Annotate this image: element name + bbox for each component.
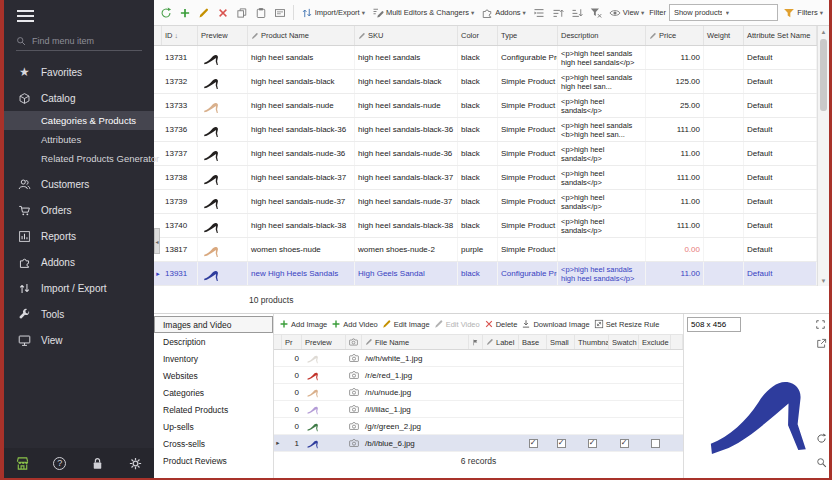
- add-video-button[interactable]: Add Video: [331, 319, 377, 329]
- expand-tree-button[interactable]: [531, 5, 547, 21]
- sidebar-item-tools[interactable]: Tools: [4, 303, 154, 325]
- product-row[interactable]: 13737 high heel sandals-nude-36 high hee…: [154, 142, 817, 166]
- detail-tab[interactable]: Cross-sells: [154, 435, 273, 452]
- col-header-exclude[interactable]: Exclude: [639, 335, 671, 349]
- col-header-camera[interactable]: [346, 335, 362, 349]
- delete-product-button[interactable]: [215, 5, 231, 21]
- import-export-menu[interactable]: Import/Export▾: [299, 5, 367, 21]
- col-header-color[interactable]: Color: [458, 26, 498, 45]
- edit-video-button[interactable]: Edit Video: [434, 319, 480, 329]
- sort-asc-button[interactable]: [550, 5, 566, 21]
- product-row[interactable]: 13738 high heel sandals-black-37 high he…: [154, 166, 817, 190]
- base-checkbox[interactable]: ✓: [529, 439, 538, 448]
- product-row[interactable]: 13817 women shoes-nude women shoes-nude-…: [154, 238, 817, 262]
- thumbnail-checkbox[interactable]: ✓: [588, 439, 597, 448]
- vertical-scrollbar[interactable]: ▲ ▼: [817, 26, 829, 286]
- detail-tab[interactable]: Images and Video: [154, 316, 273, 333]
- store-icon[interactable]: [15, 456, 30, 471]
- swatch-checkbox[interactable]: ✓: [620, 439, 629, 448]
- sidebar-item-import-export[interactable]: Import / Export: [4, 277, 154, 299]
- scrollbar-thumb[interactable]: [820, 39, 827, 111]
- product-row[interactable]: 13740 high heel sandals-black-38 high he…: [154, 214, 817, 238]
- small-checkbox[interactable]: ✓: [557, 439, 566, 448]
- category-filter-select[interactable]: Show products from selected categories ▾: [669, 4, 778, 21]
- col-header-id[interactable]: ID↓: [162, 26, 198, 45]
- product-row[interactable]: 13733 high heel sandals-nude high heel s…: [154, 94, 817, 118]
- delete-image-button[interactable]: Delete: [484, 319, 518, 329]
- image-row[interactable]: 0 /l/i/lilac_1.jpg: [274, 401, 683, 418]
- col-header-preview[interactable]: Preview: [198, 26, 248, 45]
- exclude-checkbox[interactable]: [651, 439, 660, 448]
- sidebar-search-input[interactable]: Find menu item: [16, 36, 142, 51]
- col-header-sku[interactable]: SKU: [355, 26, 458, 45]
- product-row[interactable]: ▸ 13931 new High Heels Sandals High Geel…: [154, 262, 817, 286]
- scroll-up-arrow[interactable]: ▲: [818, 26, 829, 37]
- product-row[interactable]: 13736 high heel sandals-black-36 high he…: [154, 118, 817, 142]
- lock-icon[interactable]: [90, 456, 105, 471]
- col-header-weight[interactable]: Weight: [704, 26, 744, 45]
- image-row[interactable]: 0 /n/u/nude.jpg: [274, 384, 683, 401]
- addons-menu[interactable]: Addons▾: [479, 5, 528, 21]
- col-header-priority[interactable]: Pr: [282, 335, 302, 349]
- col-header-small[interactable]: Small: [547, 335, 575, 349]
- edit-product-button[interactable]: [196, 5, 212, 21]
- refresh-button[interactable]: [158, 5, 174, 21]
- col-header-attribute-set[interactable]: Attribute Set Name: [744, 26, 817, 45]
- download-image-button[interactable]: Download Image: [521, 319, 589, 329]
- zoom-icon[interactable]: [816, 457, 827, 468]
- sidebar-item-attributes[interactable]: Attributes: [4, 130, 154, 149]
- view-menu[interactable]: View▾: [607, 5, 646, 21]
- image-row[interactable]: 0 /r/e/red_1.jpg: [274, 367, 683, 384]
- col-header-flag[interactable]: [469, 335, 483, 349]
- image-row[interactable]: 0 /w/h/white_1.jpg: [274, 350, 683, 367]
- detail-tab[interactable]: Description: [154, 333, 273, 350]
- col-header-base[interactable]: Base: [519, 335, 547, 349]
- sidebar-collapse-handle[interactable]: ◂: [154, 228, 160, 254]
- clear-filter-button[interactable]: [588, 5, 604, 21]
- col-header-product-name[interactable]: Product Name: [248, 26, 355, 45]
- filters-menu[interactable]: Filters▾: [781, 5, 825, 21]
- product-row[interactable]: 13739 high heel sandals-nude-37 high hee…: [154, 190, 817, 214]
- image-row[interactable]: 0 /g/r/green_2.jpg: [274, 418, 683, 435]
- sidebar-item-orders[interactable]: Orders: [4, 199, 154, 221]
- help-icon[interactable]: ?: [53, 457, 66, 470]
- detail-tab[interactable]: Up-sells: [154, 418, 273, 435]
- col-header-description[interactable]: Description: [558, 26, 646, 45]
- image-row[interactable]: ▸ 1 /b/l/blue_6.jpg ✓ ✓ ✓ ✓: [274, 435, 683, 452]
- fullscreen-icon[interactable]: [815, 319, 826, 330]
- sidebar-item-customers[interactable]: Customers: [4, 173, 154, 195]
- col-header-preview[interactable]: Preview: [302, 335, 346, 349]
- sidebar-item-catalog[interactable]: Catalog: [4, 87, 154, 109]
- detail-tab[interactable]: Categories: [154, 384, 273, 401]
- product-row[interactable]: 13731 high heel sandals high heel sandal…: [154, 46, 817, 70]
- col-header-swatch[interactable]: Swatch: [609, 335, 639, 349]
- preview-card-button[interactable]: [272, 5, 288, 21]
- product-row[interactable]: 13732 high heel sandals-black high heel …: [154, 70, 817, 94]
- sidebar-item-reports[interactable]: Reports: [4, 225, 154, 247]
- preview-size-input[interactable]: 508 x 456: [687, 317, 741, 332]
- sidebar-item-favorites[interactable]: ★ Favorites: [4, 61, 154, 83]
- sidebar-item-view[interactable]: View: [4, 329, 154, 351]
- menu-toggle-button[interactable]: [4, 0, 154, 31]
- copy-button[interactable]: [234, 5, 250, 21]
- col-header-thumbnail[interactable]: Thumbna: [575, 335, 609, 349]
- sidebar-item-related-products-generator[interactable]: Related Products Generator: [4, 149, 154, 168]
- col-header-type[interactable]: Type: [498, 26, 558, 45]
- col-header-label[interactable]: Label: [483, 335, 519, 349]
- detail-tab[interactable]: Product Reviews: [154, 452, 273, 469]
- detail-tab[interactable]: Inventory: [154, 350, 273, 367]
- detail-tab[interactable]: Websites: [154, 367, 273, 384]
- scroll-down-arrow[interactable]: ▼: [818, 275, 829, 286]
- sidebar-item-addons[interactable]: Addons: [4, 251, 154, 273]
- sidebar-item-categories-products[interactable]: Categories & Products: [4, 111, 154, 130]
- sort-desc-button[interactable]: [569, 5, 585, 21]
- add-product-button[interactable]: [177, 5, 193, 21]
- gear-icon[interactable]: [128, 456, 143, 471]
- rotate-icon[interactable]: [816, 433, 827, 444]
- detail-tab[interactable]: Related Products: [154, 401, 273, 418]
- edit-image-button[interactable]: Edit Image: [382, 319, 430, 329]
- col-header-price[interactable]: Price: [646, 26, 704, 45]
- multi-editors-menu[interactable]: Multi Editors & Changers▾: [370, 5, 476, 21]
- add-image-button[interactable]: Add Image: [279, 319, 327, 329]
- paste-button[interactable]: [253, 5, 269, 21]
